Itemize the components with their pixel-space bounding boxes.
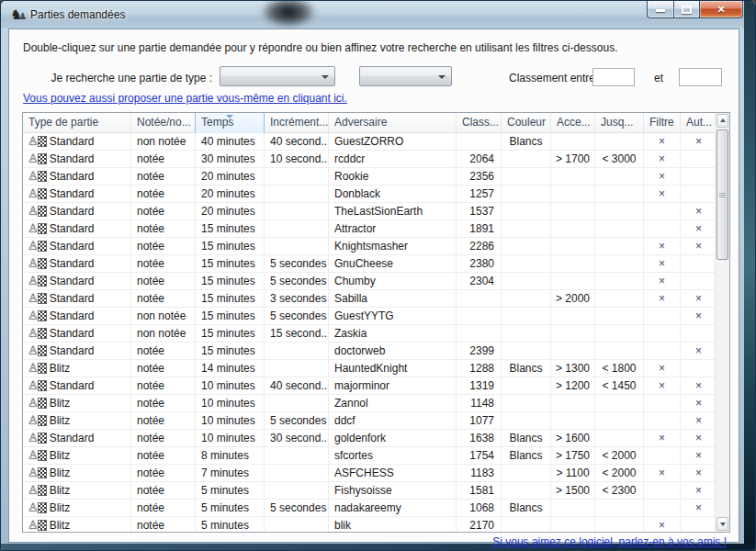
column-header-10[interactable]: Filtre (644, 113, 681, 133)
table-row[interactable]: ♙Standardnon notée40 minutes40 second...… (23, 133, 717, 151)
table-row[interactable]: ♙Standardnotée15 minutes3 secondesSabill… (23, 290, 717, 308)
table-row[interactable]: ♙Blitznotée5 minutes5 secondesnadakareem… (23, 500, 717, 517)
column-header-11[interactable]: Aut... (681, 113, 717, 133)
table-row[interactable]: ♙Blitznotée14 minutesHauntedKnight1288Bl… (23, 360, 717, 377)
vertical-scrollbar[interactable] (715, 113, 729, 532)
table-row[interactable]: ♙Blitznotée10 minutesZannol1148× (23, 395, 717, 412)
cell (457, 133, 502, 150)
cell: nadakareemy (329, 500, 457, 516)
window-controls: ✕ (647, 1, 743, 18)
rating-min-input[interactable] (592, 68, 635, 86)
cell: × (644, 377, 681, 394)
cell (502, 308, 551, 324)
cell: notée (131, 430, 196, 446)
cell: notée (131, 395, 196, 411)
table-row[interactable]: ♙Standardnotée20 minutesTheLastSionEarth… (23, 203, 717, 220)
cell: non notée (131, 133, 196, 150)
table-row[interactable]: ♙Blitznotée10 minutes5 secondesddcf1077× (23, 412, 717, 430)
cell (644, 203, 681, 219)
chess-pawn-seek-icon: ♙ (28, 519, 47, 532)
maximize-button[interactable] (674, 1, 700, 18)
chess-pawn-seek-icon: ♙ (28, 152, 47, 165)
cell: > 1200 (551, 377, 595, 394)
cell: 10 minutes (196, 412, 265, 429)
cell: > 1750 (551, 447, 595, 464)
table-row[interactable]: ♙Standardnotée15 minutes5 secondesChumby… (23, 273, 717, 290)
cell (595, 168, 644, 185)
close-button[interactable]: ✕ (700, 1, 743, 18)
cell (595, 430, 644, 446)
cell: HauntedKnight (329, 360, 457, 377)
cell: × (681, 290, 717, 307)
table-row[interactable]: ♙Standardnotée15 minutes5 secondesGnuChe… (23, 255, 717, 273)
table-row[interactable]: ♙Blitznotée8 minutessfcortes1754Blancs> … (23, 447, 717, 465)
column-header-4[interactable]: Incrément... (265, 113, 329, 133)
column-header-9[interactable]: Jusq... (595, 113, 644, 133)
cell: notée (131, 186, 196, 202)
table-row[interactable]: ♙Standardnon notée15 minutes15 second...… (23, 325, 717, 343)
cell (502, 186, 551, 202)
chess-pawn-seek-icon: ♙ (28, 222, 47, 235)
column-header-3[interactable]: Temps (196, 113, 265, 133)
cell: blik (329, 517, 457, 533)
titlebar[interactable]: ♞♟ Parties demandées ✕ (1, 1, 755, 28)
cell: 10 minutes (196, 395, 265, 411)
column-header-8[interactable]: Acce... (551, 113, 595, 133)
cell: 5 secondes (265, 412, 329, 429)
game-type-select[interactable] (220, 66, 335, 86)
cell (644, 308, 681, 324)
table-row[interactable]: ♙Standardnotée20 minutesDonblack1257× (23, 186, 717, 203)
scrollbar-grip-icon (719, 193, 726, 197)
cell: > 1700 (551, 151, 595, 167)
table-row[interactable]: ♙Standardnotée15 minutesdoctorweb2399× (23, 343, 717, 360)
cell (551, 343, 595, 359)
cell: notée (131, 238, 196, 254)
table-row[interactable]: ♙Standardnon notée15 minutes5 secondesGu… (23, 308, 717, 325)
cell: × (681, 308, 717, 324)
scroll-down-button[interactable] (717, 517, 728, 531)
column-header-2[interactable]: Notée/no... (131, 113, 196, 133)
cell (457, 308, 502, 324)
secondary-type-select[interactable] (359, 66, 452, 86)
maximize-icon (682, 6, 692, 14)
minimize-button[interactable] (647, 1, 674, 18)
share-link[interactable]: Si vous aimez ce logiciel, parlez-en à v… (492, 535, 727, 548)
table-row[interactable]: ♙Blitznotée7 minutesASFCHESS1183> 1100< … (23, 465, 717, 482)
cell: 40 minutes (196, 133, 265, 150)
chess-pawn-seek-icon: ♙ (28, 240, 47, 253)
cell: 15 minutes (196, 220, 265, 237)
rating-max-input[interactable] (679, 68, 722, 86)
cell: 1183 (457, 465, 502, 481)
cell (502, 203, 551, 219)
propose-game-link[interactable]: Vous pouvez aussi proposer une partie vo… (23, 92, 347, 105)
table-row[interactable]: ♙Standardnotée15 minutesKnightsmasher228… (23, 238, 717, 255)
cell: × (681, 238, 717, 254)
cell: 1581 (457, 482, 502, 499)
cell: ♙Blitz (23, 482, 131, 499)
scroll-up-button[interactable] (717, 114, 728, 128)
cell (681, 168, 717, 185)
table-row[interactable]: ♙Blitznotée5 minutesFishysoisse1581> 150… (23, 482, 717, 500)
cell: 2356 (457, 168, 502, 185)
cell: majorminor (329, 377, 457, 394)
table-row[interactable]: ♙Standardnotée20 minutesRookie2356× (23, 168, 717, 186)
cell (644, 482, 681, 499)
triangle-down-icon (720, 523, 726, 526)
table-row[interactable]: ♙Standardnotée30 minutes10 second...rcdd… (23, 151, 717, 168)
column-header-1[interactable]: Type de partie (23, 113, 131, 133)
column-header-5[interactable]: Adversaire (329, 113, 457, 133)
column-header-6[interactable]: Class... (457, 113, 502, 133)
table-row[interactable]: ♙Blitznotée5 minutesblik2170× (23, 517, 717, 533)
cell: × (681, 465, 717, 481)
cell: notée (131, 447, 196, 464)
table-row[interactable]: ♙Standardnotée10 minutes30 second...gold… (23, 430, 717, 447)
column-header-7[interactable]: Couleur (502, 113, 551, 133)
cell: 10 second... (265, 151, 329, 167)
cell: ♙Standard (23, 325, 131, 342)
cell: > 1100 (551, 465, 595, 481)
cell: 5 secondes (265, 273, 329, 289)
scrollbar-thumb[interactable] (717, 129, 728, 260)
table-row[interactable]: ♙Standardnotée10 minutes40 second...majo… (23, 377, 717, 395)
table-row[interactable]: ♙Standardnotée15 minutesAttractor1891× (23, 220, 717, 238)
cell (551, 500, 595, 516)
